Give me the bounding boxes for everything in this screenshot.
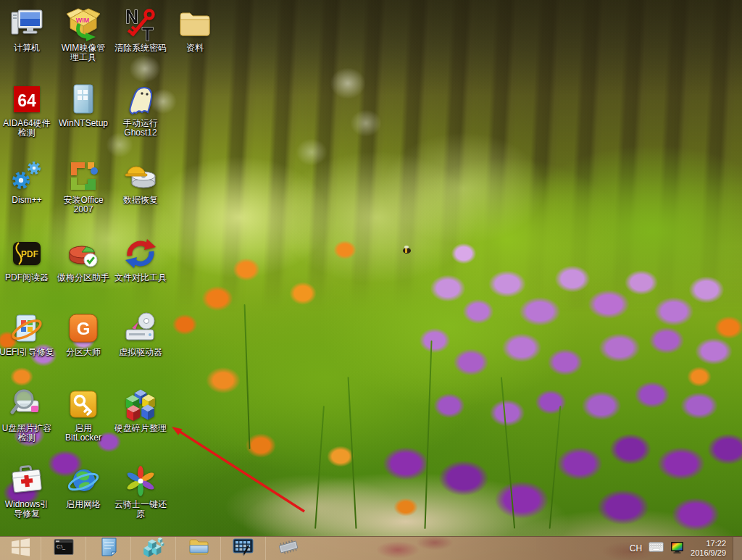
ghost-icon (122, 81, 159, 117)
desktop-icon-label: WinNTSetup (59, 119, 108, 128)
nt-letter-n: N (125, 7, 138, 27)
harddisk-helmet-icon (122, 158, 159, 194)
desktop-icon-label: Dism++ (12, 196, 41, 205)
wim-text: WIM (76, 17, 90, 24)
start-button[interactable] (0, 537, 41, 560)
tablet-keyboard-stylus-icon (232, 538, 255, 559)
folder-icon (177, 6, 213, 42)
desktop-icon-data-recovery[interactable]: 数据恢复 (112, 158, 170, 205)
desktop-icon-winntsetup[interactable]: WinNTSetup (54, 81, 112, 128)
taskbar: C:\_ (0, 536, 742, 560)
gears-icon (9, 158, 45, 194)
desktop-icon-aomei-partition[interactable]: 傲梅分区助手 (54, 235, 112, 283)
desktop-icon-aida64[interactable]: 64 AIDA64硬件 检测 (0, 81, 56, 138)
colored-cubes-icon (122, 386, 159, 422)
pdf-icon: PDF (9, 235, 45, 272)
desktop-icon-label: 安装Office 2007 (63, 196, 103, 214)
cmd-prompt-text: C:\_ (57, 544, 65, 550)
desktop-screen: 计算机 WIM WIM映像管 理工具 N T 清除系统密码 (0, 0, 742, 560)
desktop-icon-data-folder[interactable]: 资料 (166, 6, 224, 53)
desktop-icon-office-2007[interactable]: 安装Office 2007 (54, 158, 112, 214)
command-prompt-icon: C:\_ (54, 539, 74, 558)
file-explorer-icon (189, 538, 209, 559)
uefi-box-icon (9, 310, 45, 346)
keyboard-tray-icon[interactable] (649, 542, 664, 555)
taskbar-onscreen-keyboard-button[interactable] (220, 537, 266, 560)
desktop-icon-label: 分区大师 (66, 348, 101, 357)
memory-chip-icon (277, 538, 300, 559)
desktop-icon-disk-defrag[interactable]: 硬盘碎片整理 (112, 386, 170, 433)
desktop-icon-partition-master[interactable]: G 分区大师 (54, 310, 112, 357)
language-indicator[interactable]: CH (630, 543, 642, 553)
pinwheel-flower-icon (122, 462, 159, 498)
diskgenius-icon: G (65, 310, 101, 346)
desktop-icon-clear-system-password[interactable]: N T 清除系统密码 (112, 6, 170, 53)
desktop-icon-label: 资料 (186, 43, 204, 53)
desktop-icon-label: 傲梅分区助手 (57, 273, 109, 283)
notepad-icon (101, 538, 117, 559)
nt-letter-t: T (142, 24, 153, 41)
taskbar-ramdisk-button[interactable] (265, 537, 311, 560)
taskbar-registry-tool-button[interactable] (130, 537, 176, 560)
desktop-icon-bitlocker[interactable]: 启用 BitLocker (54, 386, 112, 443)
key-icon (65, 386, 101, 422)
desktop-icon-ghost12[interactable]: 手动运行 Ghost12 (112, 81, 170, 138)
desktop-icon-label: Widnows引 导修复 (5, 500, 49, 519)
system-tray: CH 17:22 2016 (630, 537, 742, 560)
desktop-icon-label: 文件对比工具 (114, 273, 167, 283)
desktop-icon-label: UEFI引导修复 (0, 348, 54, 357)
desktop-icon-label: 虚拟驱动器 (119, 348, 162, 357)
taskbar-cmd-button[interactable]: C:\_ (41, 537, 86, 560)
aida64-text: 64 (17, 91, 36, 110)
desktop-icon-uefi-repair[interactable]: UEFI引导修复 (0, 310, 56, 357)
wim-box-icon: WIM (65, 6, 101, 42)
desktop-icon-dism[interactable]: Dism++ (0, 158, 56, 205)
desktop-icon-computer[interactable]: 计算机 (0, 6, 56, 53)
taskbar-notepad-button[interactable] (86, 537, 131, 560)
aida64-icon: 64 (9, 81, 45, 117)
desktop-icon-windows-boot-repair[interactable]: Widnows引 导修复 (0, 462, 56, 519)
diskgenius-letter: G (77, 319, 91, 338)
partition-pie-icon (65, 235, 101, 272)
desktop-icon-pdf-reader[interactable]: PDF PDF阅读器 (0, 235, 56, 283)
winntsetup-icon (65, 81, 101, 117)
desktop-icon-label: PDF阅读器 (5, 273, 49, 283)
magnifier-drive-icon (9, 386, 45, 422)
taskbar-file-explorer-button[interactable] (175, 537, 221, 560)
first-aid-kit-icon (9, 462, 45, 498)
clock-date: 2016/9/29 (691, 548, 726, 558)
desktop-icon-label: 硬盘碎片整理 (114, 424, 167, 433)
desktop-icon-virtual-drive[interactable]: 虚拟驱动器 (112, 310, 170, 357)
desktop-icon-file-compare[interactable]: 文件对比工具 (112, 235, 170, 283)
desktop-icon-enable-network[interactable]: 启用网络 (54, 462, 112, 509)
display-settings-tray-icon[interactable] (670, 541, 684, 556)
show-desktop-button[interactable] (733, 537, 742, 560)
nt-key-icon: N T (122, 6, 159, 42)
desktop-icon-label: 计算机 (14, 43, 40, 53)
desktop-icon-label: AIDA64硬件 检测 (3, 119, 50, 138)
desktop-icon-wim-image-manager[interactable]: WIM WIM映像管 理工具 (54, 6, 112, 62)
bee-in-photo (403, 248, 411, 254)
desktop-icon-yunqishi[interactable]: 云骑士一键还 原 (112, 462, 170, 519)
taskbar-clock[interactable]: 17:22 2016/9/29 (691, 539, 726, 558)
desktop-icon-label: 清除系统密码 (114, 43, 167, 53)
desktop-icon-label: 启用 BitLocker (65, 424, 101, 443)
desktop-icon-label: U盘黑片扩容 检测 (2, 424, 52, 443)
windows-logo-icon (11, 538, 30, 560)
cyan-cubes-icon (143, 537, 164, 560)
sync-arrows-icon (122, 235, 159, 272)
globe-icon (65, 462, 101, 498)
desktop-icon-usb-check[interactable]: U盘黑片扩容 检测 (0, 386, 56, 443)
computer-icon (9, 6, 45, 42)
desktop-icon-label: 手动运行 Ghost12 (123, 119, 158, 138)
desktop-icon-label: 启用网络 (66, 500, 101, 509)
desktop-icon-label: 云骑士一键还 原 (114, 500, 167, 519)
desktop-icon-label: WIM映像管 理工具 (62, 43, 106, 62)
desktop-icon-label: 数据恢复 (123, 196, 158, 205)
clock-time: 17:22 (691, 539, 726, 548)
virtual-drive-icon (122, 310, 159, 346)
office-logo-icon (65, 158, 101, 194)
pdf-text: PDF (21, 249, 38, 259)
